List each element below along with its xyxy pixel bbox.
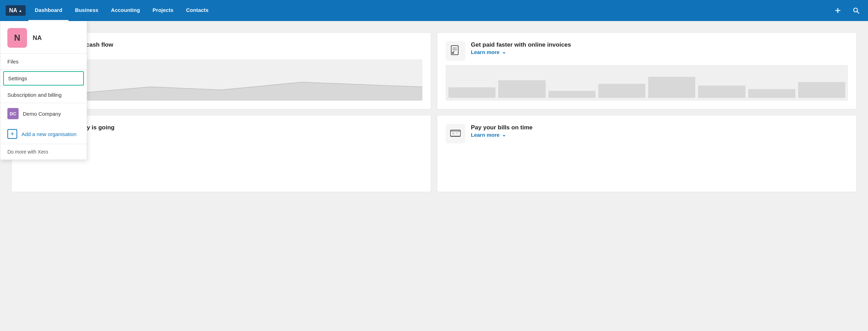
nav-item-accounting[interactable]: Accounting <box>105 0 146 21</box>
content-area: Get visibility over your cash flow Learn… <box>0 21 868 331</box>
files-menu-item[interactable]: Files <box>0 54 87 69</box>
nav-item-dashboard[interactable]: Dashboard <box>28 0 68 21</box>
add-org-item[interactable]: + Add a new organisation <box>0 124 87 144</box>
invoices-card: Get paid faster with online invoices Lea… <box>437 32 857 109</box>
org-avatar-large: N <box>7 28 27 48</box>
nav-logo-text: NA <box>9 7 17 14</box>
nav-item-contacts[interactable]: Contacts <box>180 0 215 21</box>
svg-rect-9 <box>452 52 454 54</box>
invoices-learn-more[interactable]: Learn more ⌄ <box>471 49 571 55</box>
bills-learn-more[interactable]: Learn more ⌄ <box>471 131 533 138</box>
cards-grid: Get visibility over your cash flow Learn… <box>11 32 857 192</box>
org-switcher-button[interactable]: NA ▲ <box>6 5 26 16</box>
bills-icon-box <box>446 124 465 143</box>
bills-card: Pay your bills on time Learn more ⌄ <box>437 115 857 192</box>
nav-logo-caret: ▲ <box>19 9 22 13</box>
org-dropdown: N NA Files Settings Subscription and bil… <box>0 21 87 160</box>
main-content: Get visibility over your cash flow Learn… <box>0 21 868 331</box>
org-name-large: NA <box>33 34 42 42</box>
demo-company-avatar: DC <box>7 108 19 119</box>
demo-company-item[interactable]: DC Demo Company <box>0 103 87 124</box>
search-button[interactable] <box>850 4 862 17</box>
dropdown-footer: Do more with Xero <box>0 144 87 160</box>
invoices-card-title: Get paid faster with online invoices <box>471 41 571 49</box>
svg-line-3 <box>857 12 859 13</box>
bills-card-title: Pay your bills on time <box>471 124 533 131</box>
navbar: NA ▲ Dashboard Business Accounting Proje… <box>0 0 868 21</box>
add-org-icon: + <box>7 129 17 139</box>
settings-menu-item[interactable]: Settings <box>3 71 84 86</box>
svg-rect-15 <box>452 132 455 135</box>
add-button[interactable] <box>831 4 844 17</box>
nav-actions <box>831 4 862 17</box>
invoices-visual <box>446 65 848 101</box>
nav-item-projects[interactable]: Projects <box>146 0 180 21</box>
dropdown-header: N NA <box>0 21 87 53</box>
invoices-icon-box <box>446 41 465 61</box>
billing-menu-item[interactable]: Subscription and billing <box>0 87 87 103</box>
nav-item-business[interactable]: Business <box>68 0 105 21</box>
